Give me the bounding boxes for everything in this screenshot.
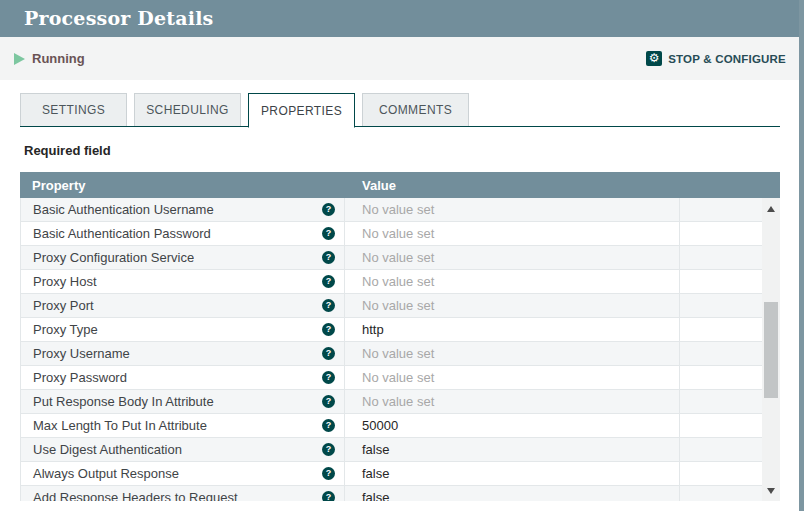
- stop-and-configure-button[interactable]: ⚙ STOP & CONFIGURE: [646, 37, 786, 80]
- value-cell: No value set: [345, 246, 680, 269]
- dialog-title: Processor Details: [24, 0, 214, 37]
- help-icon[interactable]: ?: [322, 443, 335, 456]
- property-cell: Proxy Host ?: [21, 270, 345, 293]
- help-icon[interactable]: ?: [322, 203, 335, 216]
- help-icon[interactable]: ?: [322, 491, 335, 501]
- property-row: Basic Authentication Username ? No value…: [21, 198, 763, 222]
- help-icon[interactable]: ?: [322, 299, 335, 312]
- scroll-up-button[interactable]: [762, 200, 780, 217]
- spacer-cell: [680, 246, 763, 269]
- properties-table-rows: Basic Authentication Username ? No value…: [21, 198, 763, 501]
- property-cell: Add Response Headers to Request ?: [21, 486, 345, 501]
- property-cell: Basic Authentication Username ?: [21, 198, 345, 221]
- property-name: Basic Authentication Username: [21, 202, 214, 217]
- property-cell: Proxy Type ?: [21, 318, 345, 341]
- property-cell: Proxy Configuration Service ?: [21, 246, 345, 269]
- property-name: Use Digest Authentication: [21, 442, 182, 457]
- tab-properties-label: PROPERTIES: [261, 104, 342, 118]
- spacer-cell: [680, 438, 763, 461]
- stop-configure-gear-icon: ⚙: [646, 51, 662, 66]
- property-row: Basic Authentication Password ? No value…: [21, 222, 763, 246]
- help-icon[interactable]: ?: [322, 323, 335, 336]
- processor-details-dialog: Processor Details Running ⚙ STOP & CONFI…: [0, 0, 804, 511]
- tab-scheduling[interactable]: SCHEDULING: [134, 93, 241, 126]
- column-header-value: Value: [345, 178, 680, 193]
- value-cell: false: [345, 462, 680, 485]
- spacer-cell: [680, 366, 763, 389]
- property-value: No value set: [345, 226, 434, 241]
- property-value: false: [345, 466, 389, 481]
- property-value: No value set: [345, 250, 434, 265]
- spacer-cell: [680, 462, 763, 485]
- property-cell: Always Output Response ?: [21, 462, 345, 485]
- property-row: Proxy Port ? No value set: [21, 294, 763, 318]
- value-cell: No value set: [345, 222, 680, 245]
- property-value: 50000: [345, 418, 398, 433]
- help-icon[interactable]: ?: [322, 347, 335, 360]
- property-name: Proxy Configuration Service: [21, 250, 194, 265]
- property-name: Always Output Response: [21, 466, 179, 481]
- tab-scheduling-label: SCHEDULING: [146, 103, 229, 117]
- help-icon[interactable]: ?: [322, 227, 335, 240]
- property-row: Proxy Configuration Service ? No value s…: [21, 246, 763, 270]
- property-cell: Proxy Username ?: [21, 342, 345, 365]
- property-row: Max Length To Put In Attribute ? 50000: [21, 414, 763, 438]
- tab-settings-label: SETTINGS: [42, 103, 105, 117]
- property-row: Proxy Host ? No value set: [21, 270, 763, 294]
- property-value: No value set: [345, 346, 434, 361]
- spacer-cell: [680, 390, 763, 413]
- properties-table-body: Basic Authentication Username ? No value…: [20, 198, 780, 501]
- status-bar: Running ⚙ STOP & CONFIGURE: [0, 37, 799, 80]
- property-name: Basic Authentication Password: [21, 226, 211, 241]
- property-cell: Proxy Port ?: [21, 294, 345, 317]
- stop-and-configure-label: STOP & CONFIGURE: [668, 53, 786, 65]
- scroll-up-arrow-icon: [767, 206, 775, 212]
- scrollbar-thumb[interactable]: [764, 302, 778, 398]
- property-value: No value set: [345, 274, 434, 289]
- spacer-cell: [680, 342, 763, 365]
- dialog-header: Processor Details: [0, 0, 799, 37]
- value-cell: No value set: [345, 366, 680, 389]
- property-name: Proxy Username: [21, 346, 130, 361]
- value-cell: No value set: [345, 342, 680, 365]
- tab-properties[interactable]: PROPERTIES: [248, 93, 355, 128]
- spacer-cell: [680, 486, 763, 501]
- help-icon[interactable]: ?: [322, 419, 335, 432]
- property-value: No value set: [345, 298, 434, 313]
- property-name: Add Response Headers to Request: [21, 490, 238, 501]
- help-icon[interactable]: ?: [322, 467, 335, 480]
- help-icon[interactable]: ?: [322, 275, 335, 288]
- help-icon[interactable]: ?: [322, 251, 335, 264]
- value-cell: false: [345, 438, 680, 461]
- tab-settings[interactable]: SETTINGS: [20, 93, 127, 126]
- properties-table: Property Value Basic Authentication User…: [20, 172, 780, 501]
- property-name: Proxy Port: [21, 298, 94, 313]
- help-icon[interactable]: ?: [322, 371, 335, 384]
- property-value: No value set: [345, 202, 434, 217]
- tab-comments-label: COMMENTS: [379, 103, 452, 117]
- property-value: No value set: [345, 370, 434, 385]
- value-cell: No value set: [345, 390, 680, 413]
- spacer-cell: [680, 294, 763, 317]
- scroll-down-button[interactable]: [762, 482, 780, 499]
- value-cell: 50000: [345, 414, 680, 437]
- property-value: No value set: [345, 394, 434, 409]
- property-value: http: [345, 322, 384, 337]
- property-value: false: [345, 442, 389, 457]
- scroll-down-arrow-icon: [767, 488, 775, 494]
- property-name: Proxy Type: [21, 322, 98, 337]
- run-state-label: Running: [32, 51, 85, 66]
- property-row: Proxy Type ? http: [21, 318, 763, 342]
- property-name: Proxy Host: [21, 274, 97, 289]
- property-cell: Proxy Password ?: [21, 366, 345, 389]
- tab-comments[interactable]: COMMENTS: [362, 93, 469, 126]
- spacer-cell: [680, 198, 763, 221]
- value-cell: http: [345, 318, 680, 341]
- spacer-cell: [680, 222, 763, 245]
- run-state: Running: [14, 37, 85, 80]
- property-row: Proxy Password ? No value set: [21, 366, 763, 390]
- value-cell: No value set: [345, 198, 680, 221]
- help-icon[interactable]: ?: [322, 395, 335, 408]
- property-row: Add Response Headers to Request ? false: [21, 486, 763, 501]
- vertical-scrollbar[interactable]: [762, 198, 780, 501]
